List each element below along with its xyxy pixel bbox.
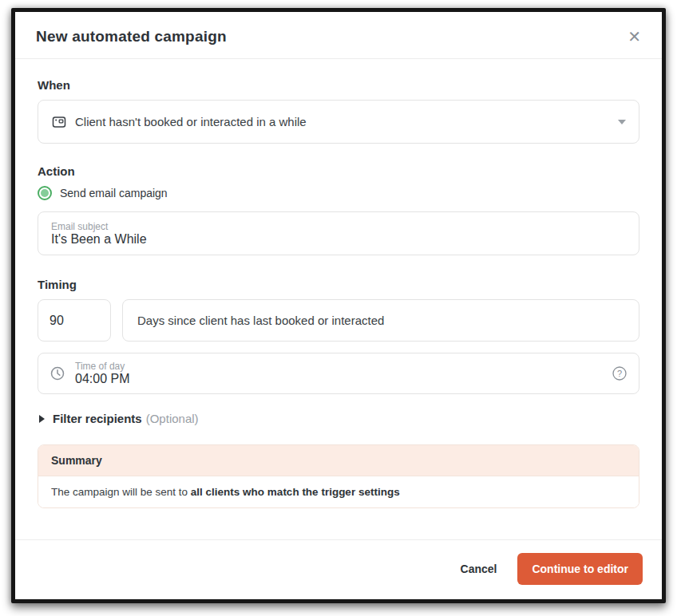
- dialog-footer: Cancel Continue to editor: [15, 539, 662, 599]
- dialog-header: New automated campaign ✕: [15, 12, 662, 59]
- svg-text:?: ?: [617, 369, 622, 378]
- days-description-field[interactable]: Days since client has last booked or int…: [122, 299, 639, 342]
- action-section-label: Action: [38, 164, 639, 178]
- time-of-day-field[interactable]: Time of day 04:00 PM ?: [38, 353, 639, 394]
- close-icon[interactable]: ✕: [628, 29, 641, 45]
- summary-text-prefix: The campaign will be sent to: [51, 486, 191, 498]
- email-subject-field[interactable]: Email subject It's Been a While: [38, 211, 639, 255]
- days-description: Days since client has last booked or int…: [137, 314, 384, 327]
- triangle-right-icon: [39, 415, 45, 423]
- summary-text-bold: all clients who match the trigger settin…: [191, 486, 400, 498]
- time-of-day-texts: Time of day 04:00 PM: [75, 361, 612, 386]
- new-automated-campaign-dialog: New automated campaign ✕ When Client has…: [11, 8, 666, 603]
- days-input[interactable]: 90: [38, 299, 111, 342]
- trigger-select-value: Client hasn't booked or interacted in a …: [75, 115, 612, 128]
- timing-section-label: Timing: [38, 278, 639, 291]
- filter-optional-label: (Optional): [146, 412, 199, 425]
- help-icon[interactable]: ?: [612, 365, 628, 381]
- chevron-down-icon: [618, 120, 626, 124]
- radio-label: Send email campaign: [60, 187, 168, 199]
- email-subject-value: It's Been a While: [51, 232, 626, 247]
- summary-title: Summary: [38, 445, 639, 476]
- email-subject-label: Email subject: [51, 221, 626, 232]
- continue-to-editor-button[interactable]: Continue to editor: [517, 553, 643, 585]
- clock-icon: [49, 365, 65, 381]
- dialog-body: When Client hasn't booked or interacted …: [15, 59, 662, 539]
- days-value: 90: [49, 314, 64, 328]
- time-of-day-label: Time of day: [75, 361, 612, 372]
- when-section-label: When: [38, 78, 639, 92]
- dialog-title: New automated campaign: [36, 28, 227, 45]
- calendar-booking-icon: [51, 114, 67, 130]
- summary-box: Summary The campaign will be sent to all…: [38, 444, 639, 508]
- time-of-day-value: 04:00 PM: [75, 372, 612, 386]
- summary-text: The campaign will be sent to all clients…: [38, 476, 639, 507]
- filter-recipients-toggle[interactable]: Filter recipients (Optional): [39, 412, 639, 425]
- timing-row: 90 Days since client has last booked or …: [38, 299, 639, 342]
- cancel-button[interactable]: Cancel: [461, 563, 497, 575]
- radio-selected-icon: [38, 186, 52, 200]
- send-email-campaign-radio[interactable]: Send email campaign: [38, 186, 639, 200]
- filter-recipients-label: Filter recipients: [53, 412, 142, 425]
- screenshot-stage: New automated campaign ✕ When Client has…: [0, 0, 677, 616]
- trigger-select[interactable]: Client hasn't booked or interacted in a …: [38, 100, 639, 144]
